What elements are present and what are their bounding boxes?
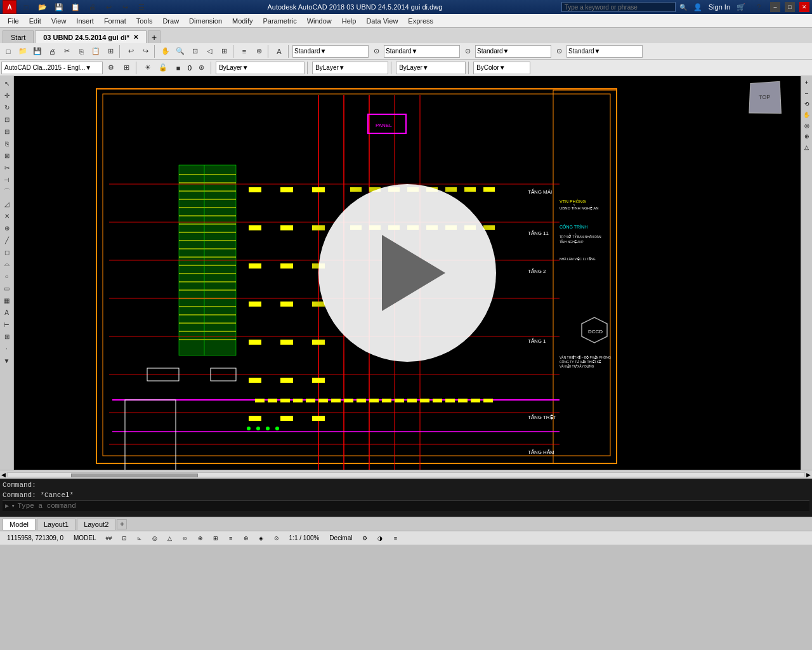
tb-ws3-icon[interactable]: ⊙ (552, 44, 566, 58)
rs-look[interactable]: ◎ (802, 121, 812, 131)
help-icon[interactable]: ? (752, 0, 766, 14)
rs-walk[interactable]: ⊕ (802, 131, 812, 142)
rs-pan2[interactable]: ✋ (802, 110, 812, 120)
lt-scale[interactable]: ⊡ (1, 114, 13, 125)
max-button[interactable]: □ (785, 2, 795, 12)
tb-pan[interactable]: ✋ (159, 44, 173, 58)
print-icon[interactable]: 🖨 (85, 0, 99, 14)
menu-insert[interactable]: Insert (71, 16, 99, 26)
model-indicator[interactable]: MODEL (69, 533, 101, 544)
tb-match[interactable]: ⊞ (103, 44, 117, 58)
lt-text[interactable]: A (1, 307, 13, 318)
menu-parametric[interactable]: Parametric (258, 16, 301, 26)
coords-display[interactable]: 1115958, 721309, 0 (3, 533, 68, 544)
lt-explode[interactable]: ⊕ (1, 222, 13, 234)
menu-express[interactable]: Express (403, 16, 438, 26)
lt-more[interactable]: ▼ (1, 355, 13, 366)
menu-tools[interactable]: Tools (131, 16, 158, 26)
tb-cut[interactable]: ✂ (60, 44, 74, 58)
rs-orbit[interactable]: ⟲ (802, 99, 812, 109)
navcube[interactable]: TOP (749, 81, 787, 119)
lt-mirror[interactable]: ⊟ (1, 126, 13, 137)
lt-chamfer[interactable]: ◿ (1, 198, 13, 209)
h-scroll-track[interactable] (7, 472, 805, 477)
menu-view[interactable]: View (46, 16, 72, 26)
scroll-right-btn[interactable]: ▶ (805, 472, 812, 478)
lt-fillet[interactable]: ⌒ (1, 186, 13, 197)
rs-zoom-plus[interactable]: + (802, 77, 812, 88)
menu-edit[interactable]: Edit (24, 16, 46, 26)
signin-label[interactable]: Sign In (709, 3, 730, 11)
tb-paste[interactable]: 📋 (89, 44, 103, 58)
scroll-left-btn[interactable]: ◀ (0, 472, 7, 478)
workspace-dropdown-4[interactable]: Standard▼ (566, 45, 643, 58)
lt-hatch[interactable]: ▦ (1, 295, 13, 306)
workspace-selector[interactable]: AutoCAD Cla...2015 - Engl...▼ (1, 62, 103, 74)
tab-start[interactable]: Start (3, 30, 34, 43)
cmd-dropdown-icon[interactable]: ▾ (11, 503, 15, 510)
lt-line[interactable]: ╱ (1, 234, 13, 246)
tb-zoom[interactable]: 🔍 (173, 44, 187, 58)
lt-copy[interactable]: ⎘ (1, 138, 13, 149)
workspace-icon[interactable]: ☰ (134, 0, 148, 14)
tab-layout2[interactable]: Layout2 (77, 519, 115, 530)
hardware-accel[interactable]: ⚙ (358, 533, 372, 544)
lt-insert[interactable]: ⊞ (1, 331, 13, 342)
tb-match2[interactable]: ⊛ (252, 44, 266, 58)
tb-undo[interactable]: ↩ (124, 44, 138, 58)
menu-help[interactable]: Help (337, 16, 362, 26)
tab-drawing[interactable]: 03 UBND 24.5.2014 gui di* ✕ (35, 30, 147, 43)
tb-copy[interactable]: ⎘ (74, 44, 88, 58)
lt-move[interactable]: ✛ (1, 90, 13, 101)
workspace-dropdown-3[interactable]: Standard▼ (475, 45, 551, 58)
tb-ws2-icon[interactable]: ⊙ (461, 44, 475, 58)
ducs-toggle[interactable]: ⊕ (193, 533, 207, 544)
tb-ws-icon[interactable]: ⊙ (369, 44, 383, 58)
drawing-viewport[interactable]: PANEL TẦNG MÁI TẦNG 11 TẦNG 2 TẦNG 1 TẦN… (14, 76, 801, 470)
autocad-logo[interactable]: A (3, 0, 16, 14)
menu-dataview[interactable]: Data View (361, 16, 403, 26)
tb-props[interactable]: ≡ (237, 44, 251, 58)
tb-text[interactable]: A (272, 44, 286, 58)
sc-toggle[interactable]: ⊙ (270, 533, 284, 544)
lineweight-dropdown[interactable]: ByColor▼ (473, 62, 530, 74)
tab-add-layout[interactable]: + (117, 519, 127, 529)
workspace-dropdown-1[interactable]: Standard▼ (292, 45, 369, 58)
lt-erase[interactable]: ✕ (1, 210, 13, 222)
menu-modify[interactable]: Modify (227, 16, 258, 26)
search-input[interactable] (561, 2, 676, 12)
layer-manager-icon[interactable]: ⊞ (119, 61, 133, 75)
anno-scale[interactable]: 1:1 / 100% (285, 533, 324, 544)
layer-dropdown[interactable]: ByLayer▼ (216, 62, 304, 74)
menu-file[interactable]: File (3, 16, 24, 26)
ortho-toggle[interactable]: ⊾ (133, 533, 147, 544)
user-icon[interactable]: 👤 (691, 0, 705, 14)
lt-dim[interactable]: ⊢ (1, 319, 13, 330)
dyn-toggle[interactable]: ⊞ (209, 533, 223, 544)
tb-save[interactable]: 💾 (30, 44, 44, 58)
close-button[interactable]: ✕ (799, 2, 809, 12)
min-button[interactable]: – (770, 2, 780, 12)
lt-stretch[interactable]: ⊠ (1, 150, 13, 161)
otrack-toggle[interactable]: ∞ (178, 533, 192, 544)
lt-rotate[interactable]: ↻ (1, 102, 13, 113)
color-dropdown[interactable]: ByLayer▼ (312, 62, 388, 74)
workspace-settings-icon[interactable]: ⚙ (104, 61, 118, 75)
customize-status[interactable]: ≡ (388, 533, 402, 544)
rs-fly[interactable]: △ (802, 142, 812, 152)
tb-zoom-win[interactable]: ⊡ (188, 44, 202, 58)
lweight-toggle[interactable]: ≡ (224, 533, 238, 544)
rs-zoom-minus[interactable]: – (802, 88, 812, 98)
plot-icon[interactable]: ⊛ (194, 61, 208, 75)
lt-rect[interactable]: ▭ (1, 282, 13, 294)
save-as-icon[interactable]: 📋 (69, 0, 82, 14)
h-scroll-thumb[interactable] (71, 474, 198, 477)
menu-format[interactable]: Format (99, 16, 131, 26)
color-icon[interactable]: ■ (171, 61, 185, 75)
tab-add-button[interactable]: + (148, 30, 160, 43)
lt-select[interactable]: ↖ (1, 77, 13, 89)
tb-redo[interactable]: ↪ (138, 44, 152, 58)
lock-icon[interactable]: 🔓 (156, 61, 170, 75)
freeze-icon[interactable]: ☀ (141, 61, 155, 75)
qp-toggle[interactable]: ◈ (254, 533, 268, 544)
